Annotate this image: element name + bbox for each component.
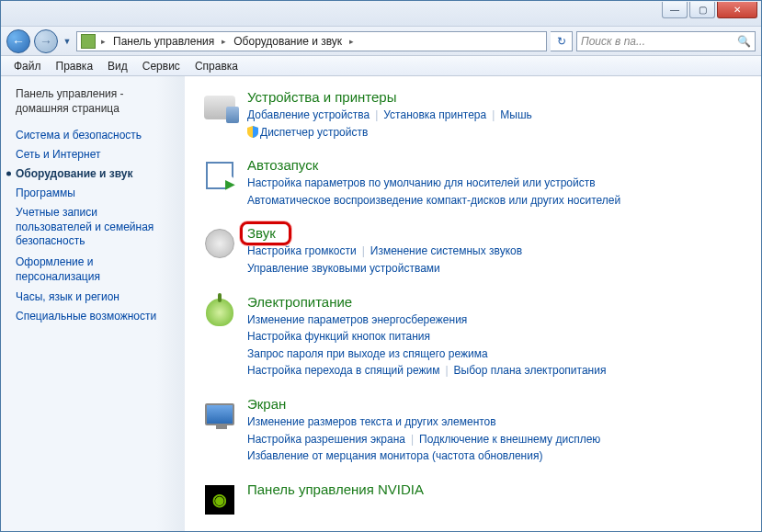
sound-icon [201, 225, 238, 262]
group-title-sound[interactable]: Звук [247, 225, 276, 241]
task-link[interactable]: Изменение параметров энергосбережения [247, 313, 467, 326]
group-links-sound: Настройка громкости|Изменение системных … [247, 243, 752, 277]
breadcrumb-current[interactable]: Оборудование и звук [232, 34, 344, 49]
autoplay-icon [201, 157, 238, 194]
group-autoplay: АвтозапускНастройка параметров по умолча… [201, 157, 752, 209]
sidebar-cat-users[interactable]: Учетные записи пользователей и семейная … [16, 206, 173, 249]
link-separator: | [357, 244, 370, 257]
task-link[interactable]: Настройка громкости [247, 244, 357, 257]
task-link[interactable]: Выбор плана электропитания [454, 364, 607, 377]
menubar: Файл Правка Вид Сервис Справка [1, 56, 761, 76]
task-link[interactable]: Подключение к внешнему дисплею [419, 433, 600, 446]
breadcrumb-sep-icon: ▸ [220, 37, 228, 46]
menu-view[interactable]: Вид [100, 58, 135, 74]
group-title-autoplay[interactable]: Автозапуск [247, 157, 752, 173]
sidebar-cat-clock[interactable]: Часы, язык и регион [16, 290, 173, 303]
search-placeholder: Поиск в па... [581, 35, 645, 48]
group-nvidia: ◉Панель управления NVIDIA [201, 481, 752, 518]
link-separator: | [486, 108, 500, 121]
group-title-devices[interactable]: Устройства и принтеры [247, 89, 752, 105]
task-link[interactable]: Диспетчер устройств [247, 126, 368, 139]
task-link[interactable]: Мышь [500, 108, 532, 121]
sidebar: Панель управления -домашняя страница Сис… [1, 76, 185, 531]
task-link[interactable]: Изменение размеров текста и других элеме… [247, 415, 496, 428]
task-link[interactable]: Запрос пароля при выходе из спящего режи… [247, 347, 488, 360]
group-devices: Устройства и принтерыДобавление устройст… [201, 89, 752, 141]
group-title-nvidia[interactable]: Панель управления NVIDIA [247, 481, 752, 497]
group-title-power[interactable]: Электропитание [247, 294, 752, 310]
group-links-power: Изменение параметров энергосбереженияНас… [247, 311, 752, 379]
task-link[interactable]: Настройка перехода в спящий режим [247, 364, 439, 377]
search-icon: 🔍 [737, 35, 751, 48]
task-link[interactable]: Добавление устройства [247, 108, 370, 121]
menu-file[interactable]: Файл [6, 58, 49, 74]
nvidia-icon: ◉ [201, 481, 238, 518]
nav-back-button[interactable]: ← [6, 29, 30, 53]
sidebar-cat-programs[interactable]: Программы [16, 187, 173, 199]
control-panel-window: — ▢ ✕ ← → ▼ ▸ Панель управления ▸ Оборуд… [0, 0, 762, 532]
sidebar-home-link[interactable]: Панель управления -домашняя страница [16, 87, 173, 116]
group-links-devices: Добавление устройства|Установка принтера… [247, 107, 752, 141]
link-separator: | [370, 108, 383, 121]
link-separator: | [439, 364, 453, 377]
menu-help[interactable]: Справка [188, 58, 245, 74]
search-input[interactable]: Поиск в па... 🔍 [576, 31, 756, 51]
group-power: ЭлектропитаниеИзменение параметров энерг… [201, 294, 752, 379]
location-icon [81, 34, 96, 49]
group-title-display[interactable]: Экран [247, 396, 752, 412]
refresh-button[interactable]: ↻ [551, 31, 573, 51]
content-pane: Устройства и принтерыДобавление устройст… [185, 76, 761, 531]
task-link[interactable]: Управление звуковыми устройствами [247, 262, 440, 275]
nav-history-dropdown[interactable]: ▼ [62, 37, 73, 46]
task-link[interactable]: Изменение системных звуков [370, 244, 522, 257]
task-link[interactable]: Настройка параметров по умолчанию для но… [247, 176, 596, 189]
breadcrumb-sep-icon: ▸ [347, 37, 356, 46]
maximize-button[interactable]: ▢ [689, 2, 715, 18]
sidebar-cat-system[interactable]: Система и безопасность [16, 129, 173, 141]
group-links-display: Изменение размеров текста и других элеме… [247, 413, 752, 465]
devices-icon [201, 89, 238, 126]
sidebar-cat-hardware[interactable]: Оборудование и звук [16, 167, 173, 180]
minimize-button[interactable]: — [662, 2, 688, 18]
group-display: ЭкранИзменение размеров текста и других … [201, 396, 752, 465]
menu-edit[interactable]: Правка [49, 58, 101, 74]
titlebar: — ▢ ✕ [1, 1, 761, 27]
display-icon [201, 396, 238, 433]
breadcrumb-sep-icon: ▸ [99, 37, 108, 46]
task-link[interactable]: Установка принтера [383, 108, 486, 121]
sidebar-cat-appearance[interactable]: Оформление и персонализация [16, 255, 173, 284]
close-button[interactable]: ✕ [717, 2, 757, 18]
sidebar-cat-accessibility[interactable]: Специальные возможности [16, 310, 173, 323]
power-icon [201, 294, 238, 331]
task-link[interactable]: Настройка функций кнопок питания [247, 330, 430, 343]
nav-forward-button[interactable]: → [34, 29, 58, 53]
sidebar-cat-network[interactable]: Сеть и Интернет [16, 148, 173, 161]
task-link[interactable]: Избавление от мерцания монитора (частота… [247, 449, 542, 462]
link-separator: | [405, 433, 419, 446]
breadcrumb-root[interactable]: Панель управления [111, 34, 216, 49]
address-row: ← → ▼ ▸ Панель управления ▸ Оборудование… [1, 27, 761, 56]
group-sound: ЗвукНастройка громкости|Изменение систем… [201, 225, 752, 277]
task-link[interactable]: Автоматическое воспроизведение компакт-д… [247, 194, 620, 207]
address-bar[interactable]: ▸ Панель управления ▸ Оборудование и зву… [76, 31, 547, 51]
menu-tools[interactable]: Сервис [135, 58, 188, 74]
group-links-autoplay: Настройка параметров по умолчанию для но… [247, 175, 752, 209]
task-link[interactable]: Настройка разрешения экрана [247, 433, 405, 446]
